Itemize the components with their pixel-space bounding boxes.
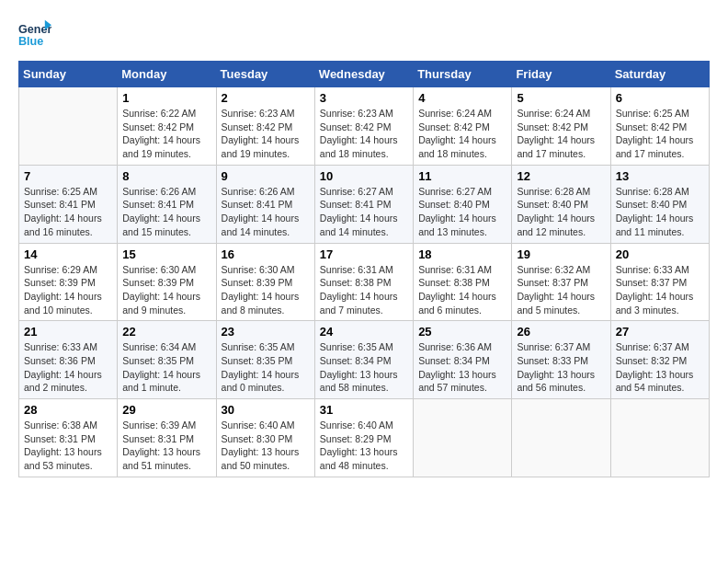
calendar-cell: 25Sunrise: 6:36 AMSunset: 8:34 PMDayligh…	[414, 321, 512, 399]
day-info: Sunrise: 6:24 AMSunset: 8:42 PMDaylight:…	[418, 107, 506, 161]
weekday-header-wednesday: Wednesday	[314, 62, 413, 87]
calendar-table: SundayMondayTuesdayWednesdayThursdayFrid…	[18, 61, 710, 477]
day-number: 27	[616, 325, 704, 339]
day-info: Sunrise: 6:27 AMSunset: 8:40 PMDaylight:…	[418, 185, 506, 239]
day-number: 14	[24, 247, 112, 261]
day-info: Sunrise: 6:28 AMSunset: 8:40 PMDaylight:…	[616, 185, 704, 239]
day-number: 16	[222, 247, 310, 261]
day-info: Sunrise: 6:27 AMSunset: 8:41 PMDaylight:…	[320, 185, 408, 239]
day-info: Sunrise: 6:35 AMSunset: 8:35 PMDaylight:…	[222, 340, 310, 395]
calendar-cell: 8Sunrise: 6:26 AMSunset: 8:41 PMDaylight…	[118, 165, 216, 243]
day-info: Sunrise: 6:31 AMSunset: 8:38 PMDaylight:…	[418, 263, 506, 317]
day-number: 3	[320, 91, 408, 105]
calendar-header-row: SundayMondayTuesdayWednesdayThursdayFrid…	[19, 62, 710, 87]
day-info: Sunrise: 6:39 AMSunset: 8:31 PMDaylight:…	[122, 419, 210, 473]
page-header: General Blue	[18, 18, 710, 52]
day-info: Sunrise: 6:40 AMSunset: 8:29 PMDaylight:…	[320, 419, 408, 473]
calendar-cell: 27Sunrise: 6:37 AMSunset: 8:32 PMDayligh…	[610, 321, 709, 399]
day-info: Sunrise: 6:40 AMSunset: 8:30 PMDaylight:…	[222, 419, 310, 473]
calendar-cell: 16Sunrise: 6:30 AMSunset: 8:39 PMDayligh…	[216, 243, 314, 321]
calendar-cell: 26Sunrise: 6:37 AMSunset: 8:33 PMDayligh…	[512, 321, 610, 399]
weekday-header-monday: Monday	[118, 62, 216, 87]
day-info: Sunrise: 6:22 AMSunset: 8:42 PMDaylight:…	[122, 107, 210, 161]
weekday-header-thursday: Thursday	[414, 62, 512, 87]
day-info: Sunrise: 6:23 AMSunset: 8:42 PMDaylight:…	[222, 107, 310, 161]
calendar-cell: 20Sunrise: 6:33 AMSunset: 8:37 PMDayligh…	[610, 243, 709, 321]
day-number: 18	[418, 247, 506, 261]
day-number: 28	[24, 403, 112, 417]
day-info: Sunrise: 6:28 AMSunset: 8:40 PMDaylight:…	[517, 185, 605, 239]
day-number: 29	[122, 403, 210, 417]
day-number: 31	[320, 403, 408, 417]
svg-text:Blue: Blue	[18, 35, 43, 48]
logo: General Blue	[18, 18, 51, 52]
day-number: 5	[517, 91, 605, 105]
calendar-cell	[610, 399, 709, 477]
day-info: Sunrise: 6:25 AMSunset: 8:41 PMDaylight:…	[24, 185, 112, 239]
calendar-cell	[512, 399, 610, 477]
day-info: Sunrise: 6:23 AMSunset: 8:42 PMDaylight:…	[320, 107, 408, 161]
day-number: 15	[122, 247, 210, 261]
day-number: 17	[320, 247, 408, 261]
calendar-cell: 3Sunrise: 6:23 AMSunset: 8:42 PMDaylight…	[314, 87, 413, 166]
day-info: Sunrise: 6:33 AMSunset: 8:36 PMDaylight:…	[24, 340, 112, 395]
calendar-week-row: 1Sunrise: 6:22 AMSunset: 8:42 PMDaylight…	[19, 87, 710, 166]
day-number: 13	[616, 169, 704, 183]
day-info: Sunrise: 6:38 AMSunset: 8:31 PMDaylight:…	[24, 419, 112, 473]
day-number: 6	[616, 91, 704, 105]
day-info: Sunrise: 6:33 AMSunset: 8:37 PMDaylight:…	[616, 263, 704, 317]
calendar-cell	[19, 87, 118, 166]
calendar-week-row: 14Sunrise: 6:29 AMSunset: 8:39 PMDayligh…	[19, 243, 710, 321]
day-info: Sunrise: 6:34 AMSunset: 8:35 PMDaylight:…	[122, 340, 210, 395]
day-info: Sunrise: 6:31 AMSunset: 8:38 PMDaylight:…	[320, 263, 408, 317]
day-info: Sunrise: 6:35 AMSunset: 8:34 PMDaylight:…	[320, 340, 408, 395]
calendar-week-row: 21Sunrise: 6:33 AMSunset: 8:36 PMDayligh…	[19, 321, 710, 399]
day-number: 2	[222, 91, 310, 105]
day-info: Sunrise: 6:24 AMSunset: 8:42 PMDaylight:…	[517, 107, 605, 161]
weekday-header-sunday: Sunday	[19, 62, 118, 87]
day-number: 8	[122, 169, 210, 183]
calendar-cell: 17Sunrise: 6:31 AMSunset: 8:38 PMDayligh…	[314, 243, 413, 321]
day-number: 30	[222, 403, 310, 417]
day-number: 10	[320, 169, 408, 183]
day-info: Sunrise: 6:25 AMSunset: 8:42 PMDaylight:…	[616, 107, 704, 161]
calendar-cell: 30Sunrise: 6:40 AMSunset: 8:30 PMDayligh…	[216, 399, 314, 477]
calendar-cell: 13Sunrise: 6:28 AMSunset: 8:40 PMDayligh…	[610, 165, 709, 243]
calendar-cell: 23Sunrise: 6:35 AMSunset: 8:35 PMDayligh…	[216, 321, 314, 399]
calendar-cell: 10Sunrise: 6:27 AMSunset: 8:41 PMDayligh…	[314, 165, 413, 243]
weekday-header-tuesday: Tuesday	[216, 62, 314, 87]
calendar-cell: 28Sunrise: 6:38 AMSunset: 8:31 PMDayligh…	[19, 399, 118, 477]
day-info: Sunrise: 6:29 AMSunset: 8:39 PMDaylight:…	[24, 263, 112, 317]
calendar-week-row: 7Sunrise: 6:25 AMSunset: 8:41 PMDaylight…	[19, 165, 710, 243]
day-number: 24	[320, 325, 408, 339]
day-info: Sunrise: 6:36 AMSunset: 8:34 PMDaylight:…	[418, 340, 506, 395]
calendar-cell: 24Sunrise: 6:35 AMSunset: 8:34 PMDayligh…	[314, 321, 413, 399]
calendar-cell: 6Sunrise: 6:25 AMSunset: 8:42 PMDaylight…	[610, 87, 709, 166]
day-number: 20	[616, 247, 704, 261]
calendar-cell: 15Sunrise: 6:30 AMSunset: 8:39 PMDayligh…	[118, 243, 216, 321]
day-number: 7	[24, 169, 112, 183]
day-number: 22	[122, 325, 210, 339]
day-info: Sunrise: 6:32 AMSunset: 8:37 PMDaylight:…	[517, 263, 605, 317]
logo-icon: General Blue	[18, 18, 51, 52]
weekday-header-saturday: Saturday	[610, 62, 709, 87]
day-number: 9	[222, 169, 310, 183]
day-info: Sunrise: 6:37 AMSunset: 8:33 PMDaylight:…	[517, 340, 605, 395]
day-number: 21	[24, 325, 112, 339]
calendar-cell: 14Sunrise: 6:29 AMSunset: 8:39 PMDayligh…	[19, 243, 118, 321]
day-info: Sunrise: 6:30 AMSunset: 8:39 PMDaylight:…	[122, 263, 210, 317]
day-info: Sunrise: 6:30 AMSunset: 8:39 PMDaylight:…	[222, 263, 310, 317]
day-info: Sunrise: 6:26 AMSunset: 8:41 PMDaylight:…	[222, 185, 310, 239]
calendar-cell: 9Sunrise: 6:26 AMSunset: 8:41 PMDaylight…	[216, 165, 314, 243]
calendar-cell: 7Sunrise: 6:25 AMSunset: 8:41 PMDaylight…	[19, 165, 118, 243]
day-number: 23	[222, 325, 310, 339]
calendar-cell: 4Sunrise: 6:24 AMSunset: 8:42 PMDaylight…	[414, 87, 512, 166]
calendar-cell: 5Sunrise: 6:24 AMSunset: 8:42 PMDaylight…	[512, 87, 610, 166]
calendar-cell	[414, 399, 512, 477]
calendar-cell: 22Sunrise: 6:34 AMSunset: 8:35 PMDayligh…	[118, 321, 216, 399]
day-number: 4	[418, 91, 506, 105]
day-info: Sunrise: 6:37 AMSunset: 8:32 PMDaylight:…	[616, 340, 704, 395]
day-number: 25	[418, 325, 506, 339]
day-number: 11	[418, 169, 506, 183]
calendar-cell: 18Sunrise: 6:31 AMSunset: 8:38 PMDayligh…	[414, 243, 512, 321]
